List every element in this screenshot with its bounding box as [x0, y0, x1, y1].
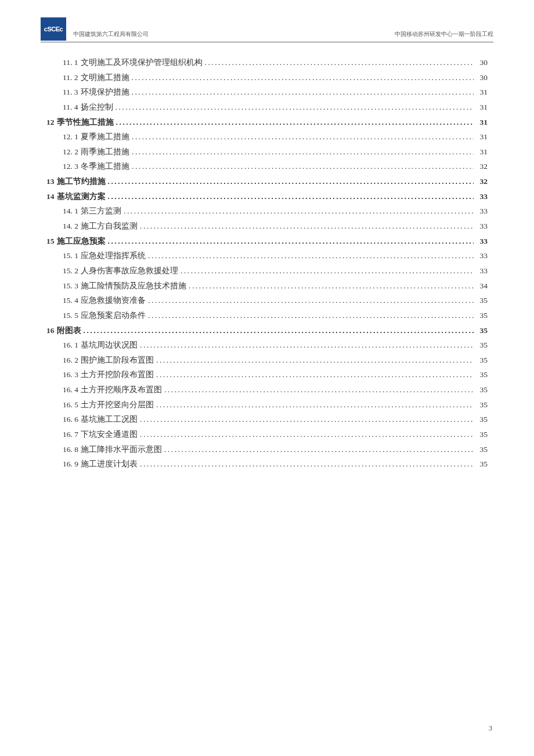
toc-leader-dots — [140, 338, 474, 353]
company-logo-icon: cSCEc — [41, 17, 66, 41]
toc-entry: 11. 4扬尘控制31 — [46, 100, 488, 115]
toc-entry: 16. 2围护施工阶段布置图35 — [46, 353, 488, 368]
company-name: 中国建筑第六工程局有限公司 — [73, 30, 149, 41]
toc-entry: 15. 5应急预案启动条件35 — [46, 308, 488, 323]
toc-entry: 15. 2人身伤害事故应急救援处理33 — [46, 263, 488, 278]
toc-entry: 14. 1第三方监测33 — [46, 204, 488, 219]
toc-entry: 11. 2文明施工措施30 — [46, 70, 488, 85]
toc-entry-page: 35 — [476, 457, 488, 472]
toc-entry-title: 基坑周边状况图 — [81, 338, 138, 353]
toc-entry-title: 土方开挖阶段布置图 — [81, 367, 154, 382]
toc-entry: 16 附图表35 — [46, 323, 488, 338]
toc-entry-title: 围护施工阶段布置图 — [81, 353, 154, 368]
toc-entry: 15. 1应急处理指挥系统33 — [46, 248, 488, 263]
toc-entry-number: 15. 4 — [63, 293, 78, 308]
toc-leader-dots — [132, 70, 474, 85]
toc-entry-title: 应急处理指挥系统 — [81, 248, 146, 263]
toc-leader-dots — [108, 174, 474, 189]
toc-entry-page: 35 — [476, 382, 488, 397]
toc-leader-dots — [116, 115, 474, 130]
toc-entry-number: 12. 2 — [63, 144, 78, 160]
toc-entry-number: 12. 3 — [63, 159, 78, 174]
toc-entry-number: 14. 1 — [63, 204, 78, 219]
toc-entry-number: 14 — [46, 189, 55, 204]
toc-entry-number: 16. 4 — [63, 382, 78, 397]
toc-entry-number: 14. 2 — [63, 219, 78, 234]
toc-entry: 15. 4应急救援物资准备35 — [46, 293, 488, 308]
toc-entry: 14. 2施工方自我监测33 — [46, 219, 488, 234]
toc-entry-number: 11. 4 — [63, 100, 78, 115]
toc-entry-number: 16. 1 — [63, 338, 78, 353]
toc-entry-title: 基坑监测方案 — [57, 189, 106, 204]
toc-entry-page: 35 — [476, 323, 488, 338]
toc-entry-number: 16 — [46, 323, 55, 338]
toc-entry-number: 11. 3 — [63, 85, 78, 100]
toc-entry: 12. 1夏季施工措施31 — [46, 129, 488, 144]
toc-entry-number: 11. 1 — [63, 55, 78, 70]
toc-leader-dots — [84, 323, 474, 338]
toc-entry-page: 30 — [476, 70, 488, 85]
toc-entry-number: 15 — [46, 234, 55, 249]
toc-leader-dots — [156, 367, 474, 382]
toc-entry-number: 16. 8 — [63, 442, 78, 457]
toc-entry: 15 施工应急预案33 — [46, 234, 488, 249]
toc-entry-number: 12 — [46, 115, 55, 130]
toc-entry-title: 应急救援物资准备 — [81, 293, 146, 308]
toc-entry-title: 施工节约措施 — [57, 174, 106, 189]
toc-entry: 16. 4土方开挖顺序及布置图35 — [46, 382, 488, 397]
logo-text: cSCEc — [44, 26, 63, 32]
toc-leader-dots — [181, 263, 474, 278]
toc-entry-number: 15. 5 — [63, 308, 78, 323]
toc-entry-page: 35 — [476, 397, 488, 413]
toc-entry-number: 15. 1 — [63, 248, 78, 263]
toc-leader-dots — [132, 85, 474, 100]
toc-entry-page: 34 — [476, 278, 488, 294]
toc-entry-page: 35 — [476, 367, 488, 382]
toc-leader-dots — [132, 129, 474, 144]
toc-entry: 11. 3环境保护措施31 — [46, 85, 488, 100]
toc-entry-title: 文明施工及环境保护管理组织机构 — [81, 55, 203, 70]
toc-entry-page: 35 — [476, 412, 488, 427]
toc-leader-dots — [132, 159, 474, 174]
toc-entry-title: 施工降排水平面示意图 — [81, 442, 162, 457]
toc-entry-title: 人身伤害事故应急救援处理 — [81, 263, 178, 278]
toc-leader-dots — [140, 219, 474, 234]
toc-leader-dots — [148, 308, 474, 323]
toc-entry: 12. 2雨季施工措施31 — [46, 144, 488, 160]
toc-entry-title: 下坑安全通道图 — [81, 427, 138, 442]
toc-entry-page: 32 — [476, 159, 488, 174]
toc-entry-number: 16. 3 — [63, 367, 78, 382]
toc-entry-title: 施工应急预案 — [57, 234, 106, 249]
toc-leader-dots — [164, 442, 474, 457]
toc-entry-page: 33 — [476, 248, 488, 263]
table-of-contents: 11. 1文明施工及环境保护管理组织机构3011. 2文明施工措施3011. 3… — [41, 53, 493, 472]
toc-entry-number: 13 — [46, 174, 55, 189]
toc-leader-dots — [148, 293, 474, 308]
toc-entry-title: 土方开挖竖向分层图 — [81, 397, 154, 413]
toc-entry-page: 32 — [476, 174, 488, 189]
toc-entry-title: 土方开挖顺序及布置图 — [81, 382, 162, 397]
toc-leader-dots — [108, 234, 474, 249]
toc-entry-title: 环境保护措施 — [81, 85, 129, 100]
toc-entry-number: 16. 5 — [63, 397, 78, 413]
toc-entry-title: 附图表 — [57, 323, 81, 338]
toc-entry-page: 33 — [476, 234, 488, 249]
toc-entry-page: 35 — [476, 308, 488, 323]
toc-entry-number: 11. 2 — [63, 70, 78, 85]
toc-entry: 16. 3土方开挖阶段布置图35 — [46, 367, 488, 382]
toc-entry-page: 35 — [476, 338, 488, 353]
toc-leader-dots — [205, 55, 474, 70]
toc-leader-dots — [156, 397, 474, 413]
toc-entry-title: 扬尘控制 — [81, 100, 113, 115]
toc-entry-page: 33 — [476, 219, 488, 234]
toc-entry: 12. 3冬季施工措施32 — [46, 159, 488, 174]
toc-leader-dots — [156, 353, 474, 368]
toc-entry-number: 15. 2 — [63, 263, 78, 278]
toc-entry: 13 施工节约措施32 — [46, 174, 488, 189]
project-name: 中国移动苏州研发中心一期一阶段工程 — [395, 30, 493, 41]
page-number: 3 — [489, 724, 492, 733]
toc-entry-number: 16. 9 — [63, 457, 78, 472]
toc-leader-dots — [140, 412, 474, 427]
toc-entry-number: 16. 6 — [63, 412, 78, 427]
toc-entry-number: 16. 7 — [63, 427, 78, 442]
